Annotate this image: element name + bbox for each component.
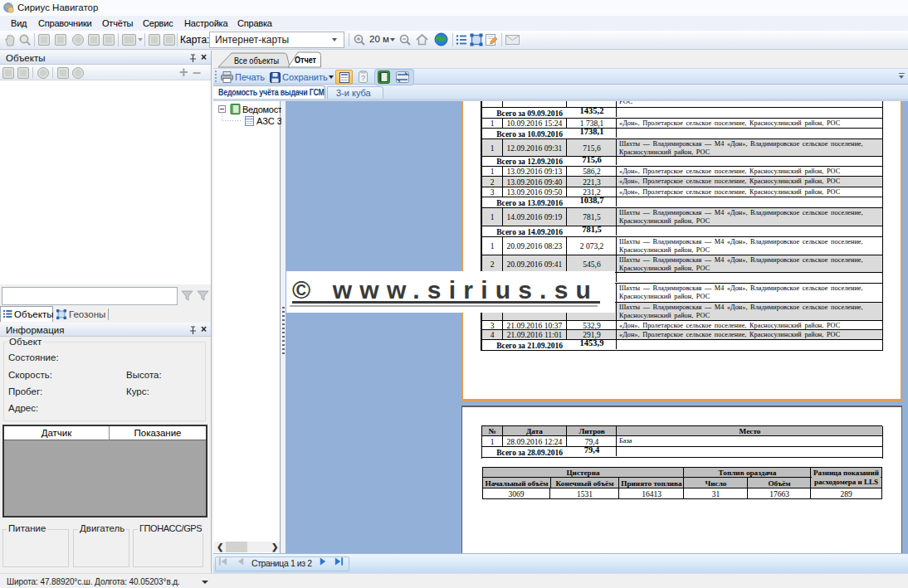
- svg-text:?: ?: [361, 74, 365, 82]
- svg-text:Отчет: Отчет: [295, 55, 316, 65]
- svg-text:Все объекты: Все объекты: [234, 56, 279, 66]
